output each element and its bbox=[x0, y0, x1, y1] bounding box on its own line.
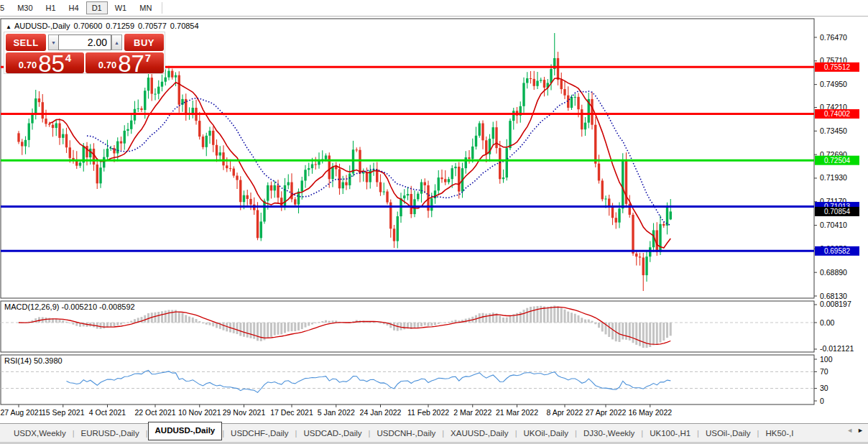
triangle-up-icon: ▲ bbox=[114, 40, 119, 45]
sell-button[interactable]: SELL bbox=[6, 34, 46, 51]
tab-audusd-daily[interactable]: AUDUSD-,Daily bbox=[148, 422, 223, 440]
buy-price-display[interactable]: 0.70 87 7 bbox=[86, 52, 164, 73]
svg-text:8 Apr 2022: 8 Apr 2022 bbox=[547, 408, 583, 417]
tab-usdchf-daily[interactable]: USDCHF-,Daily bbox=[224, 426, 295, 440]
svg-text:5 Jan 2022: 5 Jan 2022 bbox=[318, 408, 355, 417]
low-value: 0.70577 bbox=[138, 22, 167, 30]
svg-text:4 Oct 2021: 4 Oct 2021 bbox=[89, 408, 126, 417]
chart-tab-bar: USDX,Weekly|EURUSD-,Daily|AUDUSD-,Daily|… bbox=[0, 423, 868, 442]
svg-text:0.008197: 0.008197 bbox=[820, 300, 851, 308]
tab-usdcnh-daily[interactable]: USDCNH-,Daily bbox=[370, 426, 442, 440]
tab-scroll-left-icon[interactable]: ◄ bbox=[846, 427, 853, 434]
open-value: 0.70600 bbox=[74, 22, 103, 30]
tab-hk50-i[interactable]: HK50-,I bbox=[759, 426, 800, 440]
svg-text:2 Mar 2022: 2 Mar 2022 bbox=[453, 408, 491, 417]
svg-text:0.70854: 0.70854 bbox=[824, 208, 851, 216]
collapse-arrow-icon[interactable]: ▲ bbox=[6, 24, 11, 30]
svg-text:0: 0 bbox=[820, 397, 824, 405]
svg-text:22 Oct 2021: 22 Oct 2021 bbox=[134, 408, 175, 417]
svg-text:70: 70 bbox=[820, 367, 828, 376]
tab-ukoil-daily[interactable]: UKOil-,Daily bbox=[517, 426, 575, 440]
svg-text:27 Apr 2022: 27 Apr 2022 bbox=[586, 408, 627, 417]
price-axis: 0.764700.757100.749500.742100.734500.726… bbox=[814, 33, 854, 405]
one-click-trading-panel: SELL ▼ 2.00 ▲ BUY 0.70 85 4 0.70 87 7 bbox=[4, 32, 165, 74]
buy-price-big: 87 bbox=[118, 54, 144, 73]
svg-text:15 Sep 2021: 15 Sep 2021 bbox=[42, 408, 85, 417]
svg-text:0.75512: 0.75512 bbox=[824, 63, 851, 71]
price-badge-0.72504: 0.72504 bbox=[815, 156, 859, 165]
tab-dj30-weekly[interactable]: DJ30-,Weekly bbox=[577, 426, 641, 440]
rsi-indicator-label: RSI(14) 50.3980 bbox=[4, 356, 63, 365]
buy-price-prefix: 0.70 bbox=[98, 60, 116, 70]
svg-text:0.76470: 0.76470 bbox=[820, 33, 847, 42]
buy-button[interactable]: BUY bbox=[124, 34, 164, 51]
volume-increase-button[interactable]: ▲ bbox=[111, 34, 122, 50]
sell-price-prefix: 0.70 bbox=[19, 60, 37, 70]
svg-text:10 Nov 2021: 10 Nov 2021 bbox=[178, 408, 221, 417]
svg-text:0.69582: 0.69582 bbox=[824, 247, 851, 255]
high-value: 0.71259 bbox=[106, 22, 134, 30]
rsi-pane bbox=[1, 355, 814, 404]
svg-text:29 Nov 2021: 29 Nov 2021 bbox=[223, 408, 266, 417]
svg-text:100: 100 bbox=[820, 355, 833, 364]
svg-text:0.72504: 0.72504 bbox=[824, 157, 851, 165]
triangle-down-icon: ▼ bbox=[51, 40, 56, 45]
date-axis: 27 Aug 202115 Sep 20214 Oct 202122 Oct 2… bbox=[1, 404, 673, 417]
tab-scroll-arrows: ◄► bbox=[846, 427, 864, 434]
svg-text:30: 30 bbox=[820, 384, 828, 392]
sell-price-display[interactable]: 0.70 85 4 bbox=[6, 52, 84, 73]
price-badge-0.75512: 0.75512 bbox=[815, 63, 859, 72]
tab-scroll-right-icon[interactable]: ► bbox=[857, 427, 864, 434]
volume-input[interactable]: 2.00 bbox=[58, 34, 111, 50]
chart-title: ▲AUDUSD-,Daily0.706000.712590.705770.708… bbox=[6, 22, 203, 30]
svg-text:0.73450: 0.73450 bbox=[820, 126, 847, 135]
volume-decrease-button[interactable]: ▼ bbox=[48, 34, 59, 50]
svg-text:0.00: 0.00 bbox=[820, 318, 835, 327]
tab-xauusd-daily[interactable]: XAUUSD-,Daily bbox=[444, 426, 515, 440]
svg-text:21 Mar 2022: 21 Mar 2022 bbox=[496, 408, 538, 417]
tab-usdcad-daily[interactable]: USDCAD-,Daily bbox=[297, 426, 368, 440]
macd-indicator-label: MACD(12,26,9) -0.005210 -0.008592 bbox=[4, 302, 135, 311]
sell-price-sup: 4 bbox=[65, 52, 71, 64]
svg-text:24 Jan 2022: 24 Jan 2022 bbox=[360, 408, 402, 417]
tab-uk100-h1[interactable]: UK100-,H1 bbox=[643, 426, 697, 440]
price-badge-0.74002: 0.74002 bbox=[815, 109, 859, 119]
svg-text:0.68890: 0.68890 bbox=[820, 268, 847, 277]
symbol-period-label: AUDUSD-,Daily bbox=[14, 22, 70, 30]
svg-text:0.74950: 0.74950 bbox=[820, 80, 847, 88]
svg-text:0.74002: 0.74002 bbox=[824, 110, 851, 118]
sell-price-big: 85 bbox=[38, 54, 65, 73]
svg-text:0.70410: 0.70410 bbox=[820, 221, 847, 229]
svg-text:0.71930: 0.71930 bbox=[820, 173, 847, 182]
mt4-window: 5M30H1H4D1W1MN 0.764700.757100.749500.74… bbox=[0, 0, 868, 444]
svg-text:0.68130: 0.68130 bbox=[820, 292, 847, 300]
tab-usdx-weekly[interactable]: USDX,Weekly bbox=[7, 426, 73, 440]
svg-text:16 May 2022: 16 May 2022 bbox=[628, 408, 672, 417]
svg-text:27 Aug 2021: 27 Aug 2021 bbox=[1, 408, 43, 417]
tab-eurusd-daily[interactable]: EURUSD-,Daily bbox=[75, 426, 146, 440]
svg-text:11 Feb 2022: 11 Feb 2022 bbox=[407, 408, 449, 417]
bid-price-badge: 0.70854 bbox=[815, 207, 859, 216]
svg-text:17 Dec 2021: 17 Dec 2021 bbox=[270, 408, 313, 417]
svg-text:-0.012121: -0.012121 bbox=[820, 344, 854, 353]
close-value: 0.70854 bbox=[170, 22, 199, 30]
tab-usoil-daily[interactable]: USOil-,Daily bbox=[699, 426, 757, 440]
buy-price-sup: 7 bbox=[145, 52, 151, 64]
price-badge-0.69582: 0.69582 bbox=[815, 246, 859, 256]
